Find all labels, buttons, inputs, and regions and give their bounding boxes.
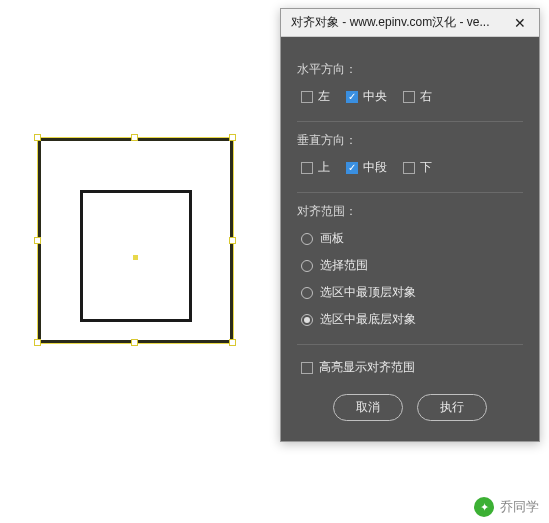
checkbox-icon [346, 91, 358, 103]
watermark-label: 乔同学 [500, 498, 539, 516]
checkbox-icon [403, 91, 415, 103]
handle-mr[interactable] [229, 237, 236, 244]
cancel-label: 取消 [356, 400, 380, 414]
close-icon: ✕ [514, 15, 526, 31]
checkbox-icon [301, 91, 313, 103]
rad-topmost-label: 选区中最顶层对象 [320, 284, 416, 301]
highlight-label: 高亮显示对齐范围 [319, 359, 415, 376]
chk-center[interactable]: 中央 [346, 88, 387, 105]
chk-right[interactable]: 右 [403, 88, 432, 105]
rad-topmost[interactable]: 选区中最顶层对象 [301, 284, 523, 301]
rad-artboard[interactable]: 画板 [301, 230, 523, 247]
chk-right-label: 右 [420, 88, 432, 105]
section-vertical: 垂直方向： 上 中段 下 [297, 122, 523, 193]
center-handle[interactable] [133, 255, 138, 260]
chk-bottom[interactable]: 下 [403, 159, 432, 176]
close-button[interactable]: ✕ [505, 12, 535, 34]
chk-top-label: 上 [318, 159, 330, 176]
checkbox-icon [346, 162, 358, 174]
button-row: 取消 执行 [297, 394, 523, 421]
wechat-icon: ✦ [474, 497, 494, 517]
rad-selection[interactable]: 选择范围 [301, 257, 523, 274]
chk-bottom-label: 下 [420, 159, 432, 176]
rad-selection-label: 选择范围 [320, 257, 368, 274]
align-dialog: 对齐对象 - www.epinv.com汉化 - ve... ✕ 水平方向： 左… [280, 8, 540, 442]
cancel-button[interactable]: 取消 [333, 394, 403, 421]
handle-bl[interactable] [34, 339, 41, 346]
handle-tr[interactable] [229, 134, 236, 141]
radio-icon [301, 287, 313, 299]
rad-bottommost[interactable]: 选区中最底层对象 [301, 311, 523, 328]
watermark: ✦ 乔同学 [474, 497, 539, 517]
dialog-title: 对齐对象 - www.epinv.com汉化 - ve... [291, 14, 505, 31]
handle-br[interactable] [229, 339, 236, 346]
titlebar[interactable]: 对齐对象 - www.epinv.com汉化 - ve... ✕ [281, 9, 539, 37]
chk-top[interactable]: 上 [301, 159, 330, 176]
chk-left-label: 左 [318, 88, 330, 105]
handle-bc[interactable] [131, 339, 138, 346]
chk-middle[interactable]: 中段 [346, 159, 387, 176]
horiz-label: 水平方向： [297, 61, 523, 78]
chk-highlight[interactable]: 高亮显示对齐范围 [297, 345, 523, 394]
chk-center-label: 中央 [363, 88, 387, 105]
checkbox-icon [301, 362, 313, 374]
dialog-body: 水平方向： 左 中央 右 垂直方向： [281, 37, 539, 441]
handle-ml[interactable] [34, 237, 41, 244]
radio-icon [301, 260, 313, 272]
canvas-area [0, 0, 280, 523]
rad-bottommost-label: 选区中最底层对象 [320, 311, 416, 328]
checkbox-icon [403, 162, 415, 174]
section-scope: 对齐范围： 画板 选择范围 选区中最顶层对象 选区中最底层对象 [297, 193, 523, 345]
scope-label: 对齐范围： [297, 203, 523, 220]
handle-tc[interactable] [131, 134, 138, 141]
section-horizontal: 水平方向： 左 中央 右 [297, 51, 523, 122]
execute-button[interactable]: 执行 [417, 394, 487, 421]
radio-icon [301, 314, 313, 326]
chk-left[interactable]: 左 [301, 88, 330, 105]
handle-tl[interactable] [34, 134, 41, 141]
checkbox-icon [301, 162, 313, 174]
execute-label: 执行 [440, 400, 464, 414]
radio-icon [301, 233, 313, 245]
chk-middle-label: 中段 [363, 159, 387, 176]
vert-label: 垂直方向： [297, 132, 523, 149]
rad-artboard-label: 画板 [320, 230, 344, 247]
